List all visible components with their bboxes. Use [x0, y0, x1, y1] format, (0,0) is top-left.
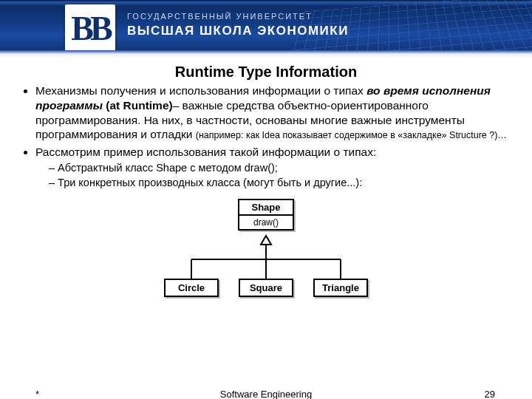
class-triangle: Triangle [313, 279, 368, 297]
svg-marker-0 [261, 236, 271, 245]
hse-logo: ВВ [65, 4, 115, 53]
sub-list: Абстрактный класс Shape с методом draw()… [49, 161, 513, 190]
banner-stripe-bottom [0, 50, 532, 58]
banner-text: ГОСУДАРСТВЕННЫЙ УНИВЕРСИТЕТ ВЫСШАЯ ШКОЛА… [127, 12, 349, 38]
class-square: Square [239, 279, 293, 297]
bullet-1-paren: (at Runtime) [106, 99, 172, 112]
class-shape: Shape draw() [238, 199, 294, 231]
sub-2: Три конкретных производных класса (могут… [49, 176, 513, 191]
class-circle: Circle [164, 279, 219, 297]
bullet-2-text: Рассмотрим пример использования такой ин… [35, 146, 376, 158]
class-diagram: Shape draw() Circle Square Triangle [155, 199, 377, 310]
bullet-1-lead: Механизмы получения и использования инфо… [35, 84, 366, 97]
banner-subtitle: ГОСУДАРСТВЕННЫЙ УНИВЕРСИТЕТ [127, 12, 349, 21]
university-banner: ВВ ГОСУДАРСТВЕННЫЙ УНИВЕРСИТЕТ ВЫСШАЯ ШК… [0, 0, 532, 58]
footer-page: 29 [485, 389, 495, 399]
bullet-1: Механизмы получения и использования инфо… [35, 83, 513, 142]
slide-content: Runtime Type Information Механизмы получ… [0, 58, 532, 310]
hse-logo-text: ВВ [71, 12, 109, 46]
slide-title: Runtime Type Information [19, 64, 513, 81]
bullet-1-note: (например: как Idea показывает содержимо… [196, 130, 507, 140]
class-shape-method: draw() [239, 216, 293, 229]
sub-1: Абстрактный класс Shape с методом draw()… [49, 161, 513, 176]
bullet-list: Механизмы получения и использования инфо… [19, 83, 513, 190]
banner-title: ВЫСШАЯ ШКОЛА ЭКОНОМИКИ [127, 24, 349, 38]
class-shape-name: Shape [239, 200, 293, 216]
bullet-2: Рассмотрим пример использования такой ин… [35, 145, 513, 190]
footer-center: Software Engineering [0, 389, 532, 399]
